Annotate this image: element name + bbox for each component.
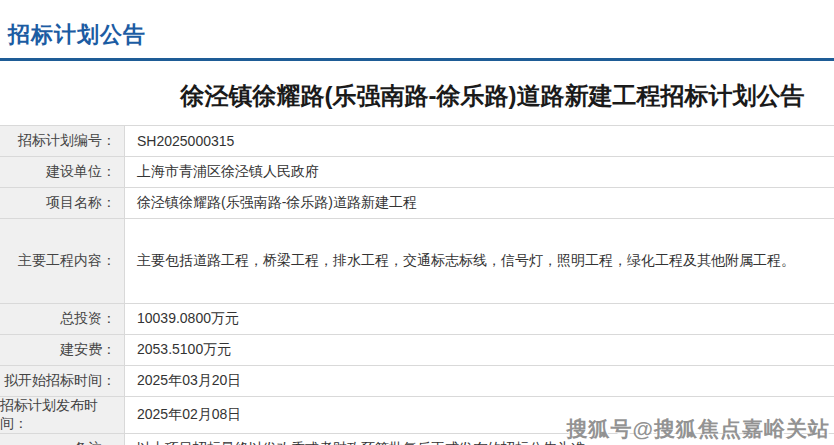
field-value: 2025年03月20日 xyxy=(125,366,834,396)
field-label: 招标计划发布时间： xyxy=(0,397,125,433)
sohu-watermark: 搜狐号@搜狐焦点嘉峪关站 xyxy=(567,415,830,443)
field-value: SH2025000315 xyxy=(125,126,834,156)
field-label: 主要工程内容： xyxy=(0,219,125,303)
row-main-works: 主要工程内容： 主要包括道路工程，桥梁工程，排水工程，交通标志标线，信号灯，照明… xyxy=(0,219,834,304)
row-construction-cost: 建安费： 2053.5100万元 xyxy=(0,335,834,366)
field-label: 项目名称： xyxy=(0,188,125,218)
row-total-investment: 总投资： 10039.0800万元 xyxy=(0,304,834,335)
field-label: 建安费： xyxy=(0,335,125,365)
field-label: 拟开始招标时间： xyxy=(0,366,125,396)
field-value: 主要包括道路工程，桥梁工程，排水工程，交通标志标线，信号灯，照明工程，绿化工程及… xyxy=(125,219,834,303)
row-construction-unit: 建设单位： 上海市青浦区徐泾镇人民政府 xyxy=(0,157,834,188)
row-plan-number: 招标计划编号： SH2025000315 xyxy=(0,126,834,157)
field-label: 总投资： xyxy=(0,304,125,334)
field-value: 徐泾镇徐耀路(乐强南路-徐乐路)道路新建工程 xyxy=(125,188,834,218)
announcement-title: 徐泾镇徐耀路(乐强南路-徐乐路)道路新建工程招标计划公告 xyxy=(0,82,834,110)
row-bid-start-date: 拟开始招标时间： 2025年03月20日 xyxy=(0,366,834,397)
row-project-name: 项目名称： 徐泾镇徐耀路(乐强南路-徐乐路)道路新建工程 xyxy=(0,188,834,219)
page-header: 招标计划公告 xyxy=(0,0,834,58)
field-value: 上海市青浦区徐泾镇人民政府 xyxy=(125,157,834,187)
header-divider xyxy=(0,58,834,61)
announcement-info-table: 招标计划编号： SH2025000315 建设单位： 上海市青浦区徐泾镇人民政府… xyxy=(0,125,834,445)
field-value: 10039.0800万元 xyxy=(125,304,834,334)
field-value: 2053.5100万元 xyxy=(125,335,834,365)
section-title: 招标计划公告 xyxy=(8,22,146,47)
announcement-content: 徐泾镇徐耀路(乐强南路-徐乐路)道路新建工程招标计划公告 招标计划编号： SH2… xyxy=(0,82,834,445)
field-label: 备注： xyxy=(0,434,125,445)
field-label: 建设单位： xyxy=(0,157,125,187)
field-label: 招标计划编号： xyxy=(0,126,125,156)
